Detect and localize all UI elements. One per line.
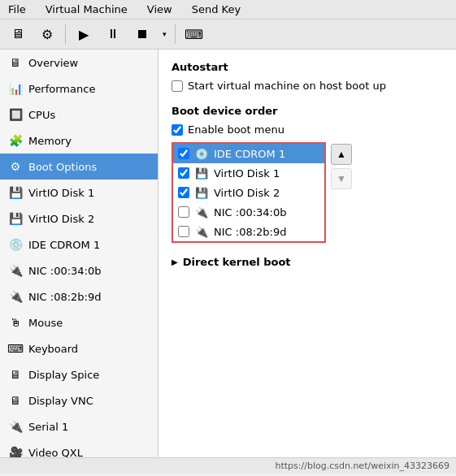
virtio-disk-2-icon: 💾 — [7, 210, 24, 227]
autostart-section: Autostart Start virtual machine on host … — [172, 61, 443, 92]
autostart-checkbox-row: Start virtual machine on host boot up — [172, 80, 443, 92]
sidebar-item-virtio-disk-2[interactable]: 💾 VirtIO Disk 2 — [0, 206, 158, 232]
content-area: Autostart Start virtual machine on host … — [159, 50, 456, 457]
boot-item-0-label: IDE CDROM 1 — [214, 148, 285, 160]
nic-08-icon: 🔌 — [7, 288, 24, 305]
sidebar-item-boot-options[interactable]: ⚙ Boot Options — [0, 154, 158, 180]
boot-item-1[interactable]: 💾 VirtIO Disk 1 — [173, 163, 324, 183]
stop-button[interactable]: ⏹ — [129, 23, 155, 45]
sidebar-item-display-spice[interactable]: 🖥 Display Spice — [0, 361, 158, 387]
sidebar-label-ide-cdrom-1: IDE CDROM 1 — [28, 239, 100, 251]
sidebar-item-performance[interactable]: 📊 Performance — [0, 76, 158, 102]
display-vnc-icon: 🖥 — [7, 392, 24, 409]
toolbar: 🖥 ⚙ ▶ ⏸ ⏹ ▾ ⌨ — [0, 19, 456, 50]
cpus-icon: 🔲 — [7, 106, 24, 123]
sidebar-label-cpus: CPUs — [28, 109, 55, 121]
boot-device-title: Boot device order — [172, 105, 443, 117]
nic-00-icon: 🔌 — [7, 262, 24, 279]
boot-item-2-icon: 💾 — [194, 185, 209, 200]
sidebar-item-virtio-disk-1[interactable]: 💾 VirtIO Disk 1 — [0, 180, 158, 206]
display-spice-icon: 🖥 — [7, 366, 24, 383]
sidebar-label-virtio-disk-2: VirtIO Disk 2 — [28, 213, 94, 225]
sidebar-item-nic-00[interactable]: 🔌 NIC :00:34:0b — [0, 257, 158, 283]
video-qxl-icon: 🎥 — [7, 444, 24, 457]
boot-item-4-icon: 🔌 — [194, 224, 209, 239]
boot-move-up-button[interactable]: ▲ — [331, 144, 352, 165]
play-button[interactable]: ▶ — [71, 23, 97, 45]
app-window: File Virtual Machine View Send Key 🖥 ⚙ ▶… — [0, 0, 456, 476]
sidebar-item-overview[interactable]: 🖥 Overview — [0, 50, 158, 76]
sidebar-label-boot-options: Boot Options — [28, 161, 97, 173]
send-key-button[interactable]: ⌨ — [180, 23, 206, 45]
boot-order-buttons: ▲ ▼ — [331, 144, 352, 189]
main-layout: 🖥 Overview 📊 Performance 🔲 CPUs 🧩 Memory… — [0, 50, 456, 457]
boot-move-down-button[interactable]: ▼ — [331, 168, 352, 189]
enable-boot-menu-checkbox[interactable] — [172, 124, 183, 136]
boot-item-4-checkbox[interactable] — [178, 226, 189, 237]
sidebar-item-nic-08[interactable]: 🔌 NIC :08:2b:9d — [0, 283, 158, 309]
boot-item-0[interactable]: 💿 IDE CDROM 1 — [173, 144, 324, 163]
serial-1-icon: 🔌 — [7, 418, 24, 435]
boot-device-section: Boot device order Enable boot menu 💿 IDE… — [172, 105, 443, 243]
boot-item-1-label: VirtIO Disk 1 — [214, 167, 280, 180]
performance-icon: 📊 — [7, 80, 24, 97]
sidebar-item-memory[interactable]: 🧩 Memory — [0, 128, 158, 154]
menu-file[interactable]: File — [3, 2, 31, 17]
enable-boot-menu-label: Enable boot menu — [188, 123, 284, 136]
virtio-disk-1-icon: 💾 — [7, 184, 24, 201]
boot-item-4[interactable]: 🔌 NIC :08:2b:9d — [173, 222, 324, 241]
mouse-icon: 🖱 — [7, 314, 24, 331]
sidebar-item-display-vnc[interactable]: 🖥 Display VNC — [0, 387, 158, 413]
memory-icon: 🧩 — [7, 132, 24, 149]
boot-options-icon: ⚙ — [7, 158, 24, 175]
boot-item-3[interactable]: 🔌 NIC :00:34:0b — [173, 202, 324, 222]
autostart-checkbox[interactable] — [172, 80, 183, 92]
monitor-button[interactable]: 🖥 — [5, 23, 31, 45]
boot-list-container: 💿 IDE CDROM 1 💾 VirtIO Disk 1 💾 VirtIO D… — [172, 142, 443, 243]
sidebar-label-overview: Overview — [28, 57, 78, 69]
sidebar-label-performance: Performance — [28, 83, 95, 95]
sidebar-label-display-vnc: Display VNC — [28, 395, 93, 407]
sidebar: 🖥 Overview 📊 Performance 🔲 CPUs 🧩 Memory… — [0, 50, 159, 457]
enable-boot-menu-row: Enable boot menu — [172, 123, 443, 136]
sidebar-item-mouse[interactable]: 🖱 Mouse — [0, 309, 158, 335]
menu-virtual-machine[interactable]: Virtual Machine — [41, 2, 132, 17]
sidebar-label-serial-1: Serial 1 — [28, 421, 68, 433]
boot-item-3-label: NIC :00:34:0b — [214, 206, 287, 219]
boot-device-list: 💿 IDE CDROM 1 💾 VirtIO Disk 1 💾 VirtIO D… — [172, 142, 326, 243]
direct-kernel-header[interactable]: ▶ Direct kernel boot — [172, 256, 443, 268]
keyboard-icon: ⌨ — [7, 340, 24, 357]
boot-item-2[interactable]: 💾 VirtIO Disk 2 — [173, 183, 324, 202]
toolbar-sep-1 — [65, 24, 66, 44]
sidebar-item-video-qxl[interactable]: 🎥 Video QXL — [0, 439, 158, 457]
boot-item-0-icon: 💿 — [194, 146, 209, 161]
direct-kernel-title: Direct kernel boot — [183, 256, 291, 268]
sidebar-label-nic-00: NIC :00:34:0b — [28, 265, 102, 277]
sidebar-label-virtio-disk-1: VirtIO Disk 1 — [28, 187, 94, 199]
boot-item-4-label: NIC :08:2b:9d — [214, 226, 287, 238]
ide-cdrom-icon: 💿 — [7, 236, 24, 253]
sidebar-item-cpus[interactable]: 🔲 CPUs — [0, 102, 158, 128]
collapse-triangle-icon: ▶ — [172, 257, 178, 266]
menu-view[interactable]: View — [142, 2, 177, 17]
overview-icon: 🖥 — [7, 54, 24, 71]
direct-kernel-section: ▶ Direct kernel boot — [172, 256, 443, 268]
sidebar-label-memory: Memory — [28, 135, 72, 147]
boot-item-2-checkbox[interactable] — [178, 187, 189, 198]
menu-send-key[interactable]: Send Key — [187, 2, 245, 17]
sidebar-item-keyboard[interactable]: ⌨ Keyboard — [0, 335, 158, 361]
sidebar-label-mouse: Mouse — [28, 317, 63, 329]
boot-item-3-checkbox[interactable] — [178, 206, 189, 218]
sidebar-label-nic-08: NIC :08:2b:9d — [28, 291, 102, 303]
boot-item-2-label: VirtIO Disk 2 — [214, 187, 280, 199]
sidebar-item-ide-cdrom-1[interactable]: 💿 IDE CDROM 1 — [0, 232, 158, 257]
boot-item-1-icon: 💾 — [194, 166, 209, 180]
menubar: File Virtual Machine View Send Key — [0, 0, 456, 19]
settings-button[interactable]: ⚙ — [34, 23, 60, 45]
boot-item-0-checkbox[interactable] — [178, 148, 189, 159]
pause-button[interactable]: ⏸ — [100, 23, 126, 45]
boot-item-3-icon: 🔌 — [194, 205, 209, 219]
sidebar-item-serial-1[interactable]: 🔌 Serial 1 — [0, 413, 158, 439]
boot-item-1-checkbox[interactable] — [178, 167, 189, 179]
media-dropdown-button[interactable]: ▾ — [159, 23, 170, 45]
